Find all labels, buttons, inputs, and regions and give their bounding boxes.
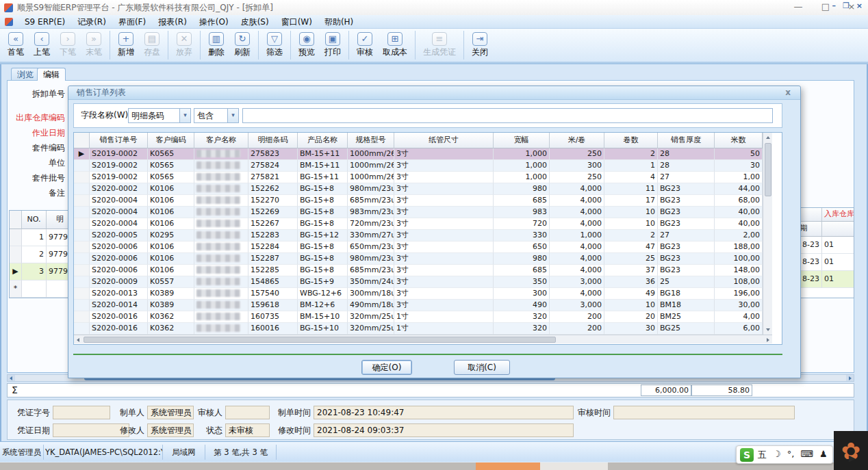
cancel-button[interactable]: 取消(C) [454,360,510,375]
scroll-down-icon[interactable] [766,328,770,331]
grid-cell: 1 [22,229,47,246]
menu-item-s9-erp[interactable]: S9 ERP(E) [18,16,71,28]
scroll-right-icon[interactable] [767,338,769,342]
night-mode-icon[interactable]: ☽ [773,449,781,461]
refresh-button[interactable]: ↻刷新 [229,30,255,60]
grid-cell: 17 [604,195,658,207]
taskbar-item[interactable] [540,462,608,470]
column-header[interactable] [74,133,90,148]
tab-browse[interactable]: 浏览 [11,68,40,81]
grid-header[interactable] [10,211,22,229]
grid-hscrollbar[interactable] [74,335,772,343]
mdi-minimize-button[interactable]: – [832,1,836,10]
column-header[interactable]: 客户名称 [194,133,248,148]
minimize-button[interactable]: — [786,0,810,15]
menu-item-skin[interactable]: 皮肤(S) [235,16,275,28]
table-row[interactable]: S2020-0002K0106152262BG-15+8980mm/23um..… [74,183,782,195]
column-header[interactable]: 明细条码 [248,133,298,148]
column-header[interactable]: 米数 [715,133,763,148]
table-row[interactable]: 297792 [10,246,69,263]
column-header[interactable]: 米/卷 [550,133,604,148]
grid-cell: 36 [604,276,658,288]
mdi-restore-button[interactable]: ❒ [843,1,850,10]
scroll-left-icon[interactable] [77,338,79,342]
table-row[interactable]: S2020-0004K0106152270BG-15+8685mm/23um..… [74,195,782,207]
column-header[interactable]: 卷数 [604,133,658,148]
audit-button[interactable]: ✓审核 [352,30,378,60]
chevron-down-icon[interactable]: ▾ [227,109,238,122]
table-row[interactable]: S2020-0006K0106152285BG-15+8685mm/23um..… [74,265,782,276]
grid-cell: 1000mm/26u... [348,160,394,172]
filter-search-input[interactable] [242,108,773,123]
column-header[interactable]: 纸管尺寸 [394,133,494,148]
table-row[interactable]: S2020-0004K0106152267BG-15+8720mm/23um..… [74,218,782,230]
column-header[interactable]: 销售订单号 [90,133,148,148]
print-button[interactable]: ▣打印 [320,30,346,60]
table-row[interactable]: ▶S2019-0002K0565275823BM-15+111000mm/26u… [74,148,782,160]
menu-item-help[interactable]: 帮助(H) [318,16,359,28]
grid-cell: K0106 [148,207,194,218]
account-icon[interactable]: ♟ [819,449,828,461]
refresh-icon: ↻ [235,32,250,46]
mdi-close-button[interactable]: × [856,1,863,10]
grid-vscrollbar[interactable] [763,133,772,335]
add-button[interactable]: +新增 [113,30,139,60]
new-row[interactable]: * [10,280,69,298]
table-row[interactable]: S2020-0006K0106152284BG-15+8650mm/23um..… [74,241,782,253]
hscroll-thumb[interactable] [84,337,556,343]
menu-item-operation[interactable]: 操作(O) [193,16,235,28]
scroll-right-icon[interactable] [846,375,854,381]
table-row[interactable]: ▶397792 [10,263,69,280]
table-row[interactable]: S2020-0009K0557154865BG-15+9350mm/24um..… [74,276,782,288]
sogou-logo-icon[interactable]: S [740,448,754,462]
grid-header[interactable]: 明 [47,211,70,229]
table-row[interactable]: 197792 [10,229,69,246]
grid-cell: 11 [604,183,658,195]
get-cost-button[interactable]: ⊞取成本 [378,30,412,60]
table-row[interactable]: S2020-0004K0106152269BG-15+8983mm/23um..… [74,207,782,218]
column-header[interactable]: 产品名称 [298,133,348,148]
filter-button[interactable]: ▽筛选 [261,30,288,60]
chevron-down-icon[interactable]: ▾ [179,109,190,122]
operator-select[interactable]: 包含 ▾ [194,108,239,123]
wubi-icon[interactable]: 五 [758,449,767,461]
table-row[interactable]: S2020-0013K0389157540WBG-12+6300mm/18um.… [74,288,782,300]
column-header[interactable]: 客户编码 [148,133,194,148]
column-header[interactable]: 宽幅 [494,133,550,148]
vscroll-thumb[interactable] [765,143,771,196]
table-row[interactable]: S2019-0002K0565275821BG-15+111000mm/26u.… [74,172,782,183]
tab-edit[interactable]: 编辑 [37,68,66,81]
menu-item-interface[interactable]: 界面(F) [112,16,152,28]
column-header[interactable]: 规格型号 [348,133,394,148]
scroll-left-icon[interactable] [8,375,15,381]
menu-item-report[interactable]: 报表(R) [152,16,193,28]
punctuation-icon[interactable]: °, [787,449,795,461]
first-button[interactable]: «首笔 [3,30,29,60]
grid-header[interactable]: NO. [22,211,47,229]
menu-item-window[interactable]: 窗口(W) [275,16,318,28]
close-button[interactable]: ⇥关闭 [467,30,493,60]
filter-icon: ▽ [267,32,282,46]
ok-button[interactable]: 确定(O) [361,360,412,375]
table-row[interactable]: S2020-0016K0362160735BM-15+10320mm/25um.… [74,311,782,323]
field-name-select[interactable]: 明细条码 ▾ [128,108,191,123]
voucher-no-field[interactable] [53,406,110,419]
preview-button[interactable]: ◉预览 [294,30,320,60]
table-row[interactable]: S2019-0002K0565275824BM-15+111000mm/26u.… [74,160,782,172]
soft-keyboard-icon[interactable]: ⌨ [800,449,813,461]
screen-recorder-overlay[interactable]: ✿▶ [834,431,868,470]
menu-item-record[interactable]: 记录(R) [71,16,112,28]
table-row[interactable]: S2020-0006K0106152287BG-15+8980mm/23um..… [74,253,782,265]
scroll-up-icon[interactable] [766,136,770,139]
table-row[interactable]: S2020-0005K0295152283BG-15+12330mm/27um.… [74,230,782,241]
delete-button[interactable]: ▥删除 [203,30,229,60]
table-row[interactable]: S2020-0014K0389159618BM-12+6490mm/18um..… [74,300,782,311]
dialog-close-icon[interactable]: x [782,88,793,99]
grid-header-warehouse[interactable]: 入库仓库 [822,208,854,222]
grid-cell: 196,00 [715,288,763,300]
table-row[interactable]: S2020-0016K0362160016BG-15+10320mm/25um.… [74,323,782,335]
taskbar-item-active[interactable] [476,462,540,470]
row-selector [74,288,90,300]
prev-button[interactable]: ‹上笔 [29,30,55,60]
column-header[interactable]: 销售厚度 [658,133,715,148]
